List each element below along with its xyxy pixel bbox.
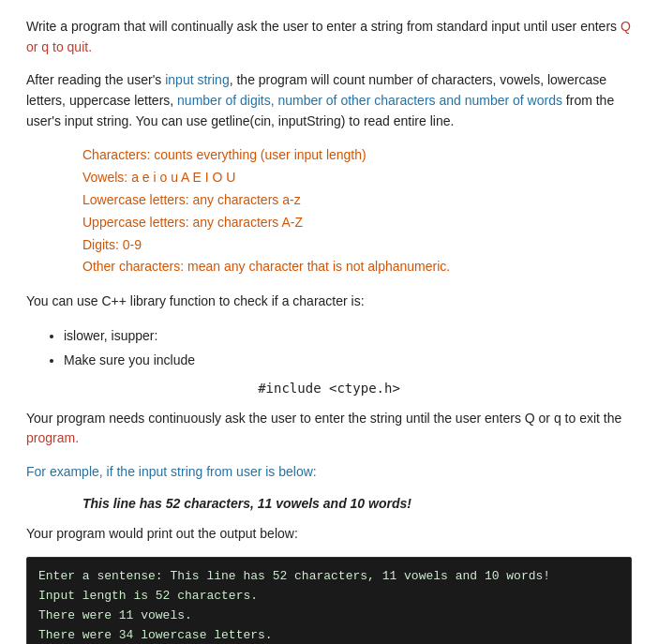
def-vowels: Vowels: a e i o u A E I O U (82, 167, 632, 189)
definitions-block: Characters: counts everything (user inpu… (82, 144, 632, 278)
terminal-line-4: There were 34 lowercase letters. (38, 626, 620, 644)
include-directive: #include <ctype.h> (26, 381, 632, 396)
quit-highlight: Q or q to quit. (26, 19, 631, 54)
continuous-paragraph: Your program needs continuously ask the … (26, 409, 632, 449)
bullet-include: Make sure you include (64, 350, 632, 370)
terminal-output: Enter a sentense: This line has 52 chara… (26, 557, 632, 644)
terminal-line-2: Input length is 52 characters. (38, 587, 620, 607)
def-uppercase: Uppercase letters: any characters A-Z (82, 212, 632, 234)
input-string-highlight: input string (165, 72, 229, 87)
example-intro: For example, if the input string from us… (26, 462, 632, 483)
for-example-highlight: For example, if the input string from us… (26, 464, 317, 479)
count-highlight: number of digits, number of other charac… (177, 93, 562, 108)
terminal-line-3: There were 11 vowels. (38, 607, 620, 626)
def-other: Other characters: mean any character tha… (82, 256, 632, 278)
example-bold-line: This line has 52 characters, 11 vowels a… (82, 496, 632, 511)
intro-paragraph-1: Write a program that will continually as… (26, 17, 632, 57)
terminal-line-1: Enter a sentense: This line has 52 chara… (38, 567, 620, 587)
program-highlight: program. (26, 430, 79, 445)
def-characters: Characters: counts everything (user inpu… (82, 144, 632, 167)
def-lowercase: Lowercase letters: any characters a-z (82, 189, 632, 212)
def-digits: Digits: 0-9 (82, 234, 632, 257)
intro-paragraph-2: After reading the user's input string, t… (26, 70, 632, 131)
output-intro-text: Your program would print out the output … (26, 524, 632, 545)
library-bullets: islower, isupper: Make sure you include (64, 325, 632, 371)
library-intro: You can use C++ library function to chec… (26, 292, 632, 312)
bullet-islower: islower, isupper: (64, 325, 632, 346)
